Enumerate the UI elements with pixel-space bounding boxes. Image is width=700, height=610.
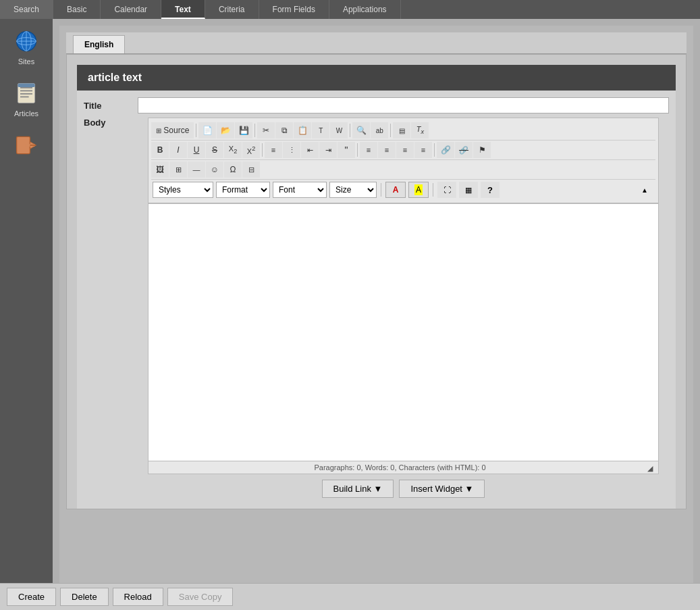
underline-icon: U — [194, 145, 200, 155]
reload-button[interactable]: Reload — [113, 588, 163, 606]
justify-button[interactable]: ≡ — [414, 142, 432, 158]
resize-grip[interactable]: ◢ — [646, 464, 653, 471]
svg-rect-8 — [20, 93, 32, 95]
special-char-button[interactable]: Ω — [224, 161, 242, 178]
delete-button[interactable]: Delete — [60, 588, 109, 606]
code-icon: ⊞ — [156, 127, 161, 134]
open-icon: 📂 — [221, 126, 231, 135]
body-field-row: Body ⊞ Source — [84, 118, 669, 498]
font-dropdown[interactable]: Font — [273, 182, 327, 198]
italic-button[interactable]: I — [169, 142, 187, 158]
select-all-button[interactable]: ▤ — [393, 122, 410, 138]
align-center-button[interactable]: ≡ — [378, 142, 396, 158]
subscript-button[interactable]: X2 — [224, 142, 242, 158]
paste-plain-button[interactable]: T — [312, 122, 329, 138]
bold-button[interactable]: B — [151, 142, 169, 158]
italic-icon: I — [177, 145, 179, 155]
show-blocks-button[interactable]: ▦ — [459, 182, 478, 198]
increase-indent-icon: ⇥ — [325, 146, 331, 155]
align-right-icon: ≡ — [403, 146, 407, 154]
copy-button[interactable]: ⧉ — [275, 122, 293, 138]
sidebar-item-sites[interactable]: Sites — [0, 22, 53, 71]
sidebar-item-articles[interactable]: Articles — [0, 74, 53, 123]
horizontal-rule-icon: — — [193, 166, 200, 174]
resize-icon: ▲ — [641, 186, 648, 194]
underline-button[interactable]: U — [188, 142, 205, 158]
tab-search[interactable]: Search — [0, 0, 53, 19]
anchor-button[interactable]: ⚑ — [473, 142, 491, 158]
blockquote-icon: " — [345, 145, 348, 155]
paste-word-button[interactable]: W — [330, 122, 348, 138]
find-replace-button[interactable]: ab — [371, 122, 388, 138]
source-button[interactable]: ⊞ Source — [151, 122, 194, 138]
blockquote-button[interactable]: " — [338, 142, 355, 158]
exit-icon — [13, 132, 40, 159]
tab-formfields[interactable]: Form Fields — [259, 0, 329, 19]
articles-icon — [13, 80, 40, 107]
toolbar-separator-2 — [254, 124, 255, 137]
horizontal-rule-button[interactable]: — — [188, 161, 205, 178]
bg-color-button[interactable]: A — [408, 182, 429, 198]
top-navigation: Search Basic Calendar Text Criteria Form… — [0, 0, 700, 19]
remove-format-button[interactable]: Tx — [411, 122, 429, 138]
toolbar-separator-9 — [433, 183, 433, 197]
title-input[interactable] — [138, 97, 669, 113]
save-copy-button[interactable]: Save Copy — [167, 588, 234, 606]
link-button[interactable]: 🔗 — [437, 142, 454, 158]
insert-image-button[interactable]: 🖼 — [151, 161, 169, 178]
paste-button[interactable]: 📋 — [294, 122, 311, 138]
increase-indent-button[interactable]: ⇥ — [319, 142, 337, 158]
unlink-button[interactable]: 🔗 — [455, 142, 473, 158]
language-tab-english[interactable]: English — [73, 35, 125, 53]
action-row: Build Link ▼ Insert Widget ▼ — [138, 480, 669, 498]
resize-handle[interactable]: ▲ — [635, 182, 654, 198]
size-dropdown[interactable]: Size — [329, 182, 377, 198]
align-center-icon: ≡ — [385, 146, 389, 154]
decrease-indent-button[interactable]: ⇤ — [301, 142, 319, 158]
styles-dropdown[interactable]: Styles — [153, 182, 213, 198]
insert-widget-button[interactable]: Insert Widget ▼ — [399, 480, 485, 498]
editor-content[interactable] — [149, 204, 658, 461]
tab-calendar[interactable]: Calendar — [101, 0, 161, 19]
cut-button[interactable]: ✂ — [257, 122, 275, 138]
maximize-button[interactable]: ⛶ — [437, 182, 456, 198]
page-break-icon: ⊟ — [248, 166, 254, 174]
svg-rect-9 — [20, 97, 29, 98]
sidebar-sites-label: Sites — [18, 57, 34, 66]
smiley-button[interactable]: ☺ — [206, 161, 223, 178]
format-dropdown[interactable]: Format — [216, 182, 270, 198]
toolbar-separator-4 — [390, 124, 391, 137]
find-button[interactable]: 🔍 — [352, 122, 370, 138]
open-button[interactable]: 📂 — [217, 122, 234, 138]
article-title-bar: article text — [77, 65, 676, 91]
build-link-button[interactable]: Build Link ▼ — [322, 480, 394, 498]
tab-criteria[interactable]: Criteria — [205, 0, 259, 19]
superscript-button[interactable]: X2 — [242, 142, 260, 158]
ordered-list-button[interactable]: ≡ — [265, 142, 282, 158]
create-button[interactable]: Create — [7, 588, 56, 606]
superscript-icon: X2 — [247, 145, 255, 155]
editor-body — [148, 203, 659, 461]
new-document-button[interactable]: 📄 — [198, 122, 216, 138]
align-left-button[interactable]: ≡ — [360, 142, 377, 158]
sidebar-item-exit[interactable] — [0, 126, 53, 164]
toolbar-separator-8 — [381, 183, 381, 197]
toolbar-row-dropdowns: Styles Format Font Size — [151, 180, 655, 200]
unordered-list-button[interactable]: ⋮ — [283, 142, 300, 158]
page-break-button[interactable]: ⊟ — [242, 161, 260, 178]
select-all-icon: ▤ — [399, 127, 405, 134]
globe-icon — [13, 28, 40, 55]
tab-basic[interactable]: Basic — [53, 0, 101, 19]
tab-applications[interactable]: Applications — [329, 0, 401, 19]
font-color-button[interactable]: A — [385, 182, 406, 198]
paste-word-icon: W — [336, 127, 342, 134]
tab-text[interactable]: Text — [161, 0, 205, 19]
help-button[interactable]: ? — [481, 182, 500, 198]
align-right-button[interactable]: ≡ — [396, 142, 414, 158]
insert-table-button[interactable]: ⊞ — [169, 161, 187, 178]
save-button[interactable]: 💾 — [235, 122, 252, 138]
cut-icon: ✂ — [263, 126, 269, 135]
unordered-list-icon: ⋮ — [288, 146, 296, 155]
strikethrough-button[interactable]: S — [206, 142, 223, 158]
show-blocks-icon: ▦ — [465, 186, 472, 195]
